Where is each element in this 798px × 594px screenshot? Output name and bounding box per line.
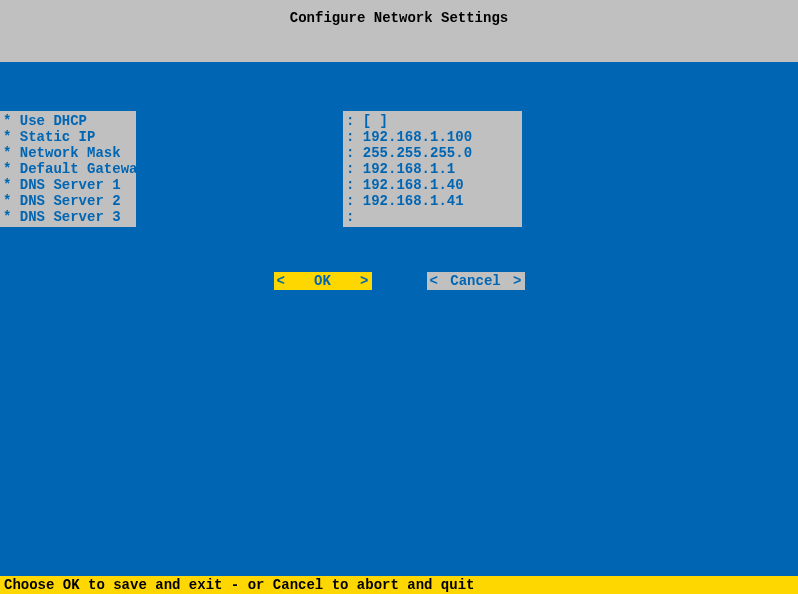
value-dns-server-1[interactable]: : 192.168.1.40 xyxy=(346,177,519,193)
footer-bar: Choose OK to save and exit - or Cancel t… xyxy=(0,576,798,594)
value-network-mask[interactable]: : 255.255.255.0 xyxy=(346,145,519,161)
value-default-gateway[interactable]: : 192.168.1.1 xyxy=(346,161,519,177)
bracket-left-icon: < xyxy=(430,273,438,289)
ok-button[interactable]: < OK > xyxy=(274,272,372,290)
cancel-button[interactable]: < Cancel > xyxy=(427,272,525,290)
button-row: < OK > < Cancel > xyxy=(0,272,798,290)
bracket-right-icon: > xyxy=(513,273,521,289)
label-network-mask: * Network Mask xyxy=(3,145,133,161)
label-dns-server-1: * DNS Server 1 xyxy=(3,177,133,193)
footer-text: Choose OK to save and exit - or Cancel t… xyxy=(4,577,474,593)
cancel-button-label: Cancel xyxy=(438,273,513,289)
label-dns-server-3: * DNS Server 3 xyxy=(3,209,133,225)
ok-button-label: OK xyxy=(285,273,360,289)
labels-panel: * Use DHCP * Static IP * Network Mask * … xyxy=(0,111,136,227)
value-static-ip[interactable]: : 192.168.1.100 xyxy=(346,129,519,145)
values-panel: : [ ] : 192.168.1.100 : 255.255.255.0 : … xyxy=(343,111,522,227)
value-dns-server-2[interactable]: : 192.168.1.41 xyxy=(346,193,519,209)
label-default-gateway: * Default Gateway xyxy=(3,161,133,177)
header-bar: Configure Network Settings xyxy=(0,0,798,62)
main-area: * Use DHCP * Static IP * Network Mask * … xyxy=(0,62,798,576)
label-use-dhcp: * Use DHCP xyxy=(3,113,133,129)
bracket-left-icon: < xyxy=(277,273,285,289)
value-use-dhcp[interactable]: : [ ] xyxy=(346,113,519,129)
label-dns-server-2: * DNS Server 2 xyxy=(3,193,133,209)
value-dns-server-3[interactable]: : xyxy=(346,209,519,225)
page-title: Configure Network Settings xyxy=(290,10,508,26)
bracket-right-icon: > xyxy=(360,273,368,289)
label-static-ip: * Static IP xyxy=(3,129,133,145)
